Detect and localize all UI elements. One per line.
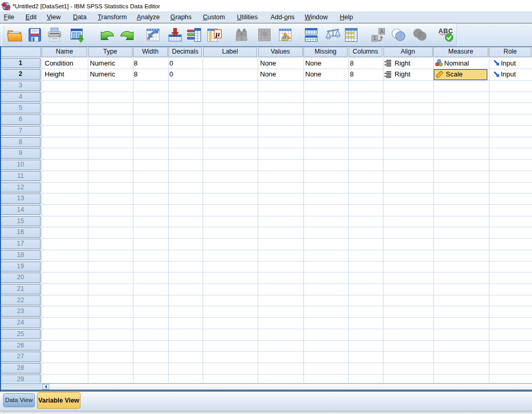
svg-text:1: 1 bbox=[373, 35, 376, 41]
svg-text:μ: μ bbox=[215, 30, 220, 38]
svg-text:A: A bbox=[380, 28, 384, 34]
